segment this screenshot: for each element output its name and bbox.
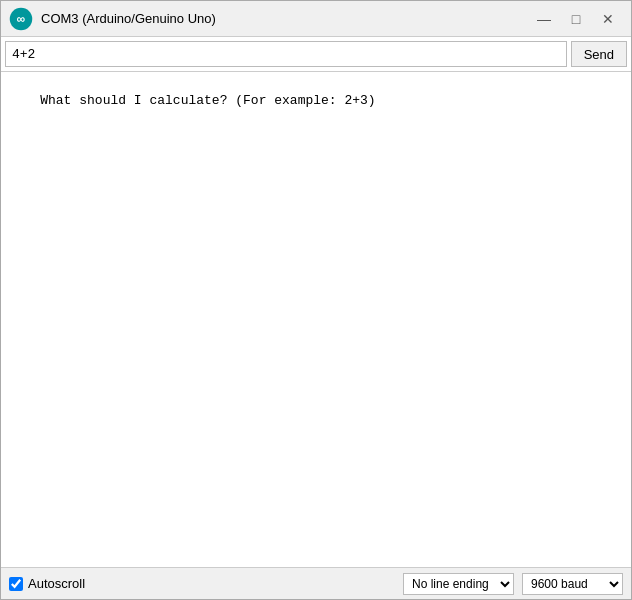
- serial-input[interactable]: [5, 41, 567, 67]
- input-bar: Send: [1, 37, 631, 72]
- window-controls: — □ ✕: [529, 7, 623, 31]
- autoscroll-checkbox[interactable]: [9, 577, 23, 591]
- title-bar: ∞ COM3 (Arduino/Genuino Uno) — □ ✕: [1, 1, 631, 37]
- baud-rate-select[interactable]: 300 baud 1200 baud 2400 baud 4800 baud 9…: [522, 573, 623, 595]
- arduino-serial-monitor: ∞ COM3 (Arduino/Genuino Uno) — □ ✕ Send …: [0, 0, 632, 600]
- autoscroll-label: Autoscroll: [28, 576, 85, 591]
- svg-text:∞: ∞: [17, 11, 26, 25]
- window-title: COM3 (Arduino/Genuino Uno): [41, 11, 529, 26]
- send-button[interactable]: Send: [571, 41, 627, 67]
- minimize-button[interactable]: —: [529, 7, 559, 31]
- line-ending-select[interactable]: No line ending Newline Carriage return B…: [403, 573, 514, 595]
- close-button[interactable]: ✕: [593, 7, 623, 31]
- autoscroll-area: Autoscroll: [9, 576, 85, 591]
- serial-output-text: What should I calculate? (For example: 2…: [40, 93, 375, 108]
- arduino-logo: ∞: [9, 7, 33, 31]
- serial-output: What should I calculate? (For example: 2…: [1, 72, 631, 567]
- status-bar: Autoscroll No line ending Newline Carria…: [1, 567, 631, 599]
- maximize-button[interactable]: □: [561, 7, 591, 31]
